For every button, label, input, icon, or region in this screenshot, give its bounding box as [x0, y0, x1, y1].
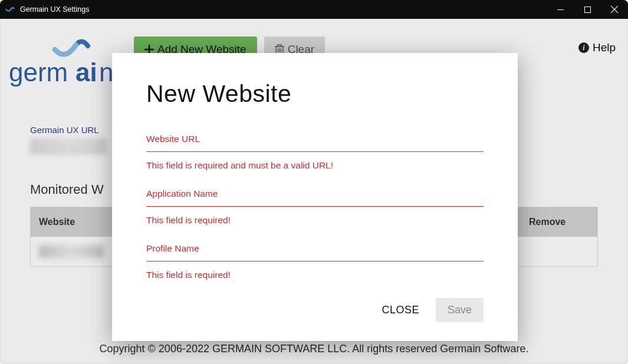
- application-name-label: Application Name: [146, 188, 484, 199]
- footer-copyright: Copyright © 2006-2022 GERMAIN SOFTWARE L…: [1, 343, 627, 355]
- column-remove: Remove: [521, 207, 597, 237]
- website-url-field-group: Website URL This field is required and m…: [146, 134, 484, 171]
- window-maximize-button[interactable]: [574, 0, 601, 19]
- svg-rect-1: [584, 6, 590, 12]
- new-website-dialog: New Website Website URL This field is re…: [112, 53, 518, 341]
- dialog-title: New Website: [146, 80, 484, 108]
- window-titlebar: Germain UX Settings: [0, 0, 628, 19]
- svg-text:ai: ai: [75, 58, 97, 87]
- app-icon: [5, 4, 15, 15]
- window-title: Germain UX Settings: [20, 5, 547, 14]
- save-button[interactable]: Save: [436, 298, 484, 322]
- application-name-field-group: Application Name This field is required!: [146, 188, 484, 226]
- svg-text:germ: germ: [9, 58, 68, 87]
- profile-name-input[interactable]: [146, 261, 484, 262]
- profile-name-field-group: Profile Name This field is required!: [146, 243, 484, 280]
- svg-text:n: n: [99, 58, 113, 87]
- help-link[interactable]: i Help: [578, 19, 619, 54]
- website-url-input[interactable]: [146, 151, 484, 152]
- close-button[interactable]: CLOSE: [379, 299, 422, 321]
- window-minimize-button[interactable]: [547, 0, 574, 19]
- application-name-input[interactable]: [146, 206, 484, 207]
- window-close-button[interactable]: [601, 0, 628, 19]
- help-label: Help: [593, 41, 616, 54]
- info-icon: i: [578, 42, 589, 53]
- brand-logo: germ ai n: [9, 19, 121, 90]
- germain-url-input[interactable]: [30, 138, 107, 154]
- svg-rect-11: [278, 45, 281, 47]
- profile-name-label: Profile Name: [146, 243, 484, 254]
- table-cell-website: [39, 245, 104, 258]
- profile-name-error: This field is required!: [146, 270, 484, 280]
- website-url-label: Website URL: [146, 134, 484, 144]
- application-name-error: This field is required!: [146, 215, 484, 226]
- website-url-error: This field is required and must be a val…: [146, 160, 484, 171]
